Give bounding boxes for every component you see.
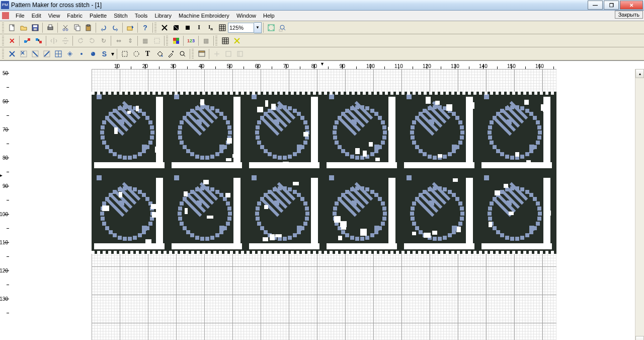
svg-rect-25 [176, 38, 179, 41]
svg-rect-36 [122, 51, 127, 56]
menu-help[interactable]: Help [260, 12, 278, 20]
zoom-input[interactable]: 125% [228, 23, 254, 33]
title-bar: PM Pattern Maker for cross stitch - [1] … [0, 0, 644, 11]
grid-mode-button[interactable] [216, 22, 228, 33]
vertical-scrollbar[interactable]: ▴ ▾ [635, 69, 644, 340]
fabric-area [92, 69, 556, 340]
import-button[interactable] [124, 22, 136, 33]
flip-v-button [59, 35, 71, 46]
show-symbols-button: ▩ [200, 35, 212, 46]
ruler-vertical[interactable]: 5060708090100110120130 [0, 69, 10, 340]
svg-point-37 [134, 51, 139, 56]
zoom-region-button[interactable] [277, 22, 288, 33]
mini-cross-tool[interactable] [18, 48, 29, 59]
select-rect-tool[interactable] [119, 48, 130, 59]
menu-stitch[interactable]: Stitch [110, 12, 131, 20]
toolbar-grip[interactable] [2, 36, 4, 46]
svg-point-40 [180, 51, 184, 55]
minimize-button[interactable]: — [588, 1, 603, 10]
text-tool[interactable]: T [142, 48, 153, 59]
bead-tool[interactable] [87, 48, 99, 59]
svg-rect-3 [34, 28, 37, 30]
svg-rect-11 [87, 25, 90, 26]
toolbar-grip[interactable] [192, 49, 194, 59]
toolbar-grip[interactable] [154, 23, 156, 33]
half-stitch-fill-button[interactable] [170, 22, 182, 33]
help-button[interactable]: ? [139, 22, 151, 33]
fit-window-button[interactable] [265, 22, 277, 33]
menu-bar: File Edit View Fabric Palette Stitch Too… [0, 11, 644, 21]
block-button[interactable] [182, 22, 193, 33]
design-canvas[interactable] [9, 69, 635, 340]
menu-machine-embroidery[interactable]: Machine Embroidery [175, 12, 233, 20]
menu-window[interactable]: Window [233, 12, 260, 20]
scroll-down-button[interactable]: ▾ [635, 336, 644, 340]
svg-rect-18 [279, 29, 282, 31]
half-up-tool[interactable] [41, 48, 52, 59]
menu-view[interactable]: View [45, 12, 64, 20]
save-button[interactable] [29, 22, 41, 33]
highlight-button[interactable] [231, 35, 243, 46]
french-knot-tool[interactable] [75, 48, 87, 59]
grid-toggle-button[interactable] [219, 35, 231, 46]
toolbar-grip[interactable] [215, 36, 217, 46]
half-down-tool[interactable] [29, 48, 41, 59]
close-help-button[interactable]: Закрыть [615, 11, 643, 19]
svg-rect-28 [222, 38, 228, 44]
scroll-up-button[interactable]: ▴ [635, 69, 644, 78]
full-cross-tool[interactable] [6, 48, 18, 59]
quarter-tool[interactable] [52, 48, 64, 59]
machine-2-button [222, 48, 234, 59]
specialty-dd[interactable]: ▾ [110, 48, 115, 59]
svg-rect-9 [76, 26, 80, 31]
svg-rect-26 [173, 41, 176, 44]
svg-rect-27 [176, 41, 179, 44]
delete-button[interactable]: ✕ [6, 35, 18, 46]
svg-rect-2 [33, 25, 37, 27]
symbols-button[interactable]: 123 [185, 35, 197, 46]
backstitch-n-button[interactable]: In [205, 22, 216, 33]
open-button[interactable] [18, 22, 29, 33]
menu-tools[interactable]: Tools [131, 12, 151, 20]
rotate-ccw-button [74, 35, 86, 46]
toolbar-edit: ✕ ↻ ⇔ ⇕ ▦ 123 ▩ [0, 34, 644, 47]
toolbar-grip[interactable] [2, 23, 4, 33]
zoom-tool[interactable] [177, 48, 188, 59]
swap-color-button[interactable] [33, 35, 44, 46]
menu-edit[interactable]: Edit [28, 12, 45, 20]
toolbar-grip[interactable] [166, 36, 168, 46]
palette-colors-button[interactable] [170, 35, 182, 46]
toolbar-grip[interactable] [2, 49, 4, 59]
petite-tool[interactable] [64, 48, 75, 59]
replace-color-button[interactable] [21, 35, 33, 46]
library-button[interactable] [196, 48, 207, 59]
undo-button[interactable] [98, 22, 109, 33]
copy-button[interactable] [71, 22, 83, 33]
full-stitch-button[interactable] [158, 22, 170, 33]
close-button[interactable]: ✕ [620, 1, 643, 10]
menu-file[interactable]: File [12, 12, 28, 20]
select-free-tool[interactable] [130, 48, 142, 59]
specialty-tool[interactable]: S [99, 48, 110, 59]
backstitch-1-button[interactable]: I [193, 22, 205, 33]
redo-button[interactable] [109, 22, 121, 33]
menu-library[interactable]: Library [151, 12, 175, 20]
crop-button [151, 35, 163, 46]
paste-button[interactable] [83, 22, 94, 33]
menu-palette[interactable]: Palette [86, 12, 110, 20]
maximize-button[interactable]: ❐ [604, 1, 619, 10]
new-button[interactable] [6, 22, 18, 33]
eyedropper-tool[interactable] [165, 48, 177, 59]
svg-rect-43 [226, 51, 231, 56]
cut-button[interactable] [59, 22, 71, 33]
svg-rect-5 [49, 25, 52, 27]
toolbar-standard: ? I In 125% ▼ [0, 21, 644, 34]
zoom-dropdown[interactable]: ▼ [254, 22, 262, 33]
fill-tool[interactable] [153, 48, 165, 59]
mdi-system-icon[interactable] [2, 12, 9, 19]
svg-rect-23 [154, 38, 159, 43]
menu-fabric[interactable]: Fabric [63, 12, 86, 20]
rotate-cw-button [86, 35, 98, 46]
svg-rect-12 [127, 27, 132, 30]
print-button[interactable] [44, 22, 56, 33]
